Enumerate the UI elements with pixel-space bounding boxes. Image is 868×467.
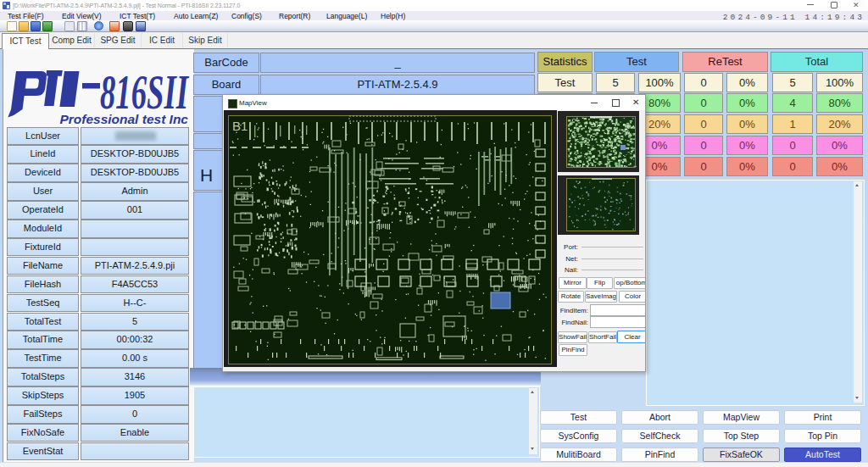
- svg-text:Professional test Inc: Professional test Inc: [59, 112, 188, 126]
- svg-text:B1: B1: [232, 119, 248, 133]
- svg-text:816SII: 816SII: [100, 65, 189, 119]
